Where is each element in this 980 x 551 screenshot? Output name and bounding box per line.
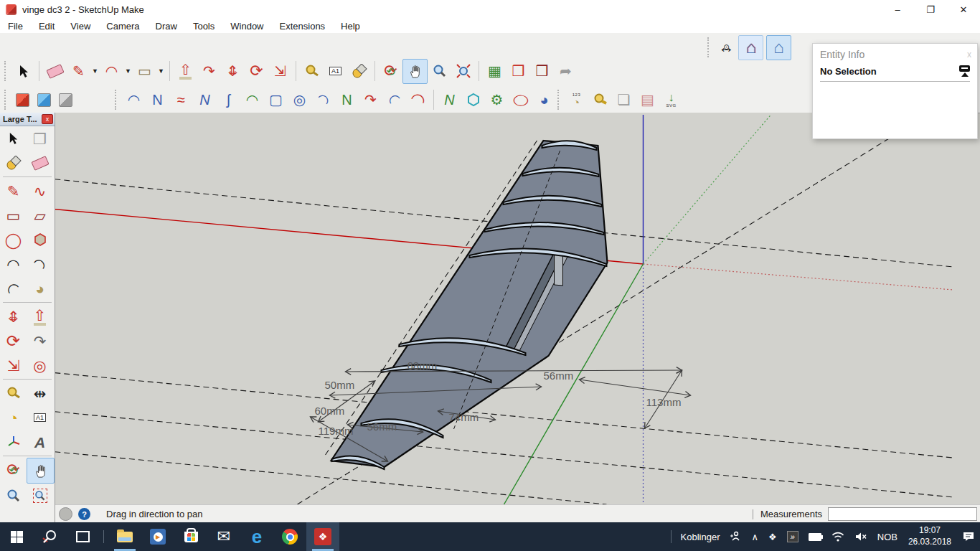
line-tool-button[interactable]: ✎: [67, 60, 90, 83]
minimize-button[interactable]: –: [881, 0, 914, 19]
lts-pie-button[interactable]: ◕: [27, 276, 53, 301]
menu-extensions[interactable]: Extensions: [272, 19, 334, 33]
lts-zoom-window-button[interactable]: [27, 484, 53, 508]
bezier-polyline-button[interactable]: N: [146, 88, 169, 112]
polyline-green-button[interactable]: N: [335, 88, 359, 112]
followme-tool-button[interactable]: ↷: [197, 60, 221, 83]
lts-zoom-button[interactable]: [0, 484, 27, 508]
action-center-icon[interactable]: [957, 522, 980, 551]
eraser-tool-button[interactable]: [43, 60, 67, 83]
microsoft-store-button[interactable]: [174, 522, 207, 551]
lts-axes-button[interactable]: [0, 430, 27, 454]
polygon-cyan-button[interactable]: [461, 88, 485, 112]
tape-measure-button[interactable]: [300, 60, 324, 83]
file-explorer-button[interactable]: [108, 522, 141, 551]
rectangle-tool-caret[interactable]: ▼: [156, 60, 166, 83]
menu-help[interactable]: Help: [333, 19, 368, 33]
wrench-button[interactable]: ⚙: [485, 88, 509, 112]
rectangle-tool-button[interactable]: ▭: [133, 60, 156, 83]
entity-info-details-toggle[interactable]: [959, 65, 970, 77]
mail-button[interactable]: ✉: [207, 522, 240, 551]
close-button[interactable]: ✕: [947, 0, 980, 19]
menu-edit[interactable]: Edit: [31, 19, 62, 33]
lts-orbit-button[interactable]: ⟳⟲: [0, 458, 27, 482]
lts-3d-text-button[interactable]: A: [27, 430, 53, 454]
lts-2pt-arc-button[interactable]: ◠: [27, 252, 53, 276]
lts-followme-button[interactable]: ↷: [27, 329, 53, 353]
zoom-extents-button[interactable]: [451, 60, 475, 83]
lts-3pt-arc-button[interactable]: ◠: [0, 276, 27, 301]
language-indicator[interactable]: NOB: [872, 522, 903, 551]
menu-window[interactable]: Window: [222, 19, 271, 33]
lts-circle-button[interactable]: ◯: [0, 227, 27, 252]
lts-rotate-button[interactable]: ⟳: [0, 329, 27, 353]
lts-tape-button[interactable]: [0, 381, 27, 405]
viewport[interactable]: 68mm 56mm 50mm 60mm 119mm 56mm 74mm 113m…: [0, 113, 980, 504]
move-tool-button[interactable]: ⇔ ⇕: [221, 60, 245, 83]
lts-dimension-button[interactable]: ⇹: [27, 381, 53, 405]
lts-component-button[interactable]: ❐: [27, 126, 53, 151]
movies-tv-button[interactable]: ▶: [141, 522, 174, 551]
lts-arc-button[interactable]: ◠: [0, 252, 27, 276]
tray-chevron-up-icon[interactable]: ∧: [746, 522, 763, 551]
lts-scale-button[interactable]: ⇲: [0, 353, 27, 377]
arc-green-button[interactable]: ◠: [240, 88, 264, 112]
lts-select-button[interactable]: [0, 126, 27, 151]
people-icon[interactable]: [725, 522, 746, 551]
pushpull-tool-button[interactable]: ⇧: [174, 60, 197, 83]
home-house-button[interactable]: ⌂: [766, 35, 791, 60]
lts-rotated-rectangle-button[interactable]: ▱: [27, 203, 53, 227]
volume-muted-icon[interactable]: [849, 522, 872, 551]
share-model-button[interactable]: ➦: [554, 60, 578, 83]
chrome-button[interactable]: [273, 522, 306, 551]
pan-tool-button[interactable]: [402, 59, 428, 84]
bezier-curve-button[interactable]: N: [193, 88, 217, 112]
section-house-button[interactable]: ⌂: [738, 35, 763, 60]
palette-title-bar[interactable]: Large T... x: [0, 113, 55, 126]
svg-export-button[interactable]: ↓SVG: [659, 88, 683, 112]
order-123-button[interactable]: 123◔: [565, 88, 588, 112]
taskbar-search-button[interactable]: [33, 522, 66, 551]
help-status-icon[interactable]: ?: [78, 508, 90, 520]
restore-button[interactable]: ❐: [914, 0, 947, 19]
lts-pan-button[interactable]: [27, 458, 55, 484]
lts-paint-button[interactable]: [0, 151, 27, 175]
geolocation-status-icon[interactable]: [59, 507, 72, 521]
palette-close-button[interactable]: x: [42, 114, 53, 124]
geolocation-button[interactable]: ▦: [483, 60, 507, 83]
curve2-green-button[interactable]: N: [438, 88, 461, 112]
shape-button[interactable]: ◕: [532, 88, 556, 112]
hook-curve-button[interactable]: ↷: [359, 88, 382, 112]
cast-icon[interactable]: »: [782, 522, 804, 551]
lts-offset-button[interactable]: ◎: [27, 353, 53, 377]
ellipse-button[interactable]: ◯: [509, 88, 532, 112]
menu-file[interactable]: File: [0, 19, 31, 33]
bezier-s-curve-button[interactable]: ʃ: [217, 88, 240, 112]
menu-tools[interactable]: Tools: [185, 19, 222, 33]
line-tool-caret[interactable]: ▼: [90, 60, 100, 83]
wifi-icon[interactable]: [826, 522, 849, 551]
lts-line-button[interactable]: ✎: [0, 179, 27, 203]
style-cube-gray-button[interactable]: [55, 88, 76, 112]
viewport-canvas[interactable]: 68mm 56mm 50mm 60mm 119mm 56mm 74mm 113m…: [0, 113, 980, 504]
lts-text-button[interactable]: A1: [27, 405, 53, 430]
orbit-tool-button[interactable]: ⟳ ⟲: [379, 60, 402, 83]
lts-freehand-button[interactable]: ∿: [27, 179, 53, 203]
task-view-button[interactable]: [66, 522, 99, 551]
entity-info-close-button[interactable]: x: [961, 50, 977, 60]
arc-tool3-button[interactable]: ◠: [406, 88, 430, 112]
edge-button[interactable]: e: [240, 522, 273, 551]
style-cube-red-button[interactable]: [11, 88, 33, 112]
bezier-arch-button[interactable]: ◠: [122, 88, 146, 112]
start-button[interactable]: [0, 522, 33, 551]
paint-bucket-button[interactable]: [347, 60, 371, 83]
bezier-multiline-button[interactable]: ≈: [169, 88, 193, 112]
arc-tool-button[interactable]: ◠: [100, 60, 123, 83]
spiral-button[interactable]: ◎: [288, 88, 311, 112]
arc-tool2-button[interactable]: ◠: [382, 88, 406, 112]
arc-tool-caret[interactable]: ▼: [123, 60, 133, 83]
battery-icon[interactable]: [804, 522, 826, 551]
3d-warehouse-button[interactable]: ❒: [507, 60, 530, 83]
select-tool-button[interactable]: [11, 60, 35, 83]
look-around-button[interactable]: ↔ ⊙: [715, 36, 738, 60]
